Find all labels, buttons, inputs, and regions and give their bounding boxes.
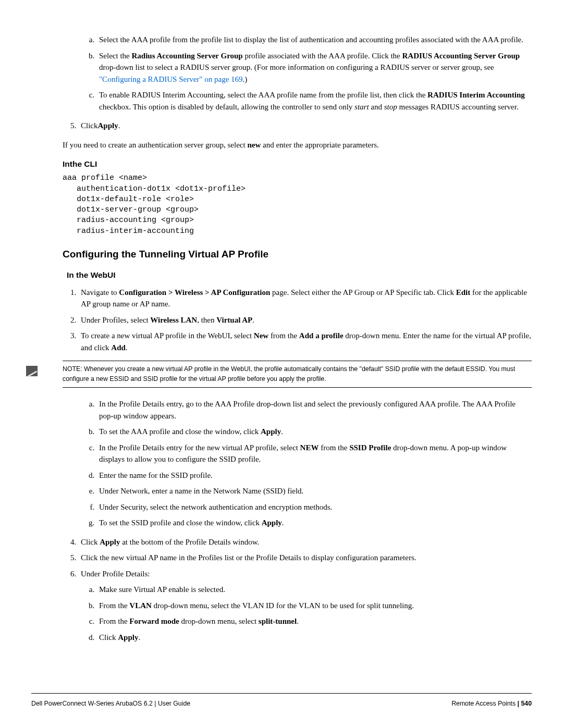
step-a: Select the AAA profile from the profile …: [96, 34, 532, 46]
t: To set the SSID profile and close the wi…: [99, 519, 262, 527]
t: To enable RADIUS Interim Accounting, sel…: [99, 91, 427, 99]
note-container: NOTE: Whenever you create a new virtual …: [26, 361, 532, 388]
step-5: ClickApply.: [78, 120, 532, 132]
t: SSID Profile: [349, 443, 391, 452]
t: Forward mode: [129, 617, 179, 625]
sub-d: Enter the name for the SSID profile.: [96, 470, 532, 482]
cli-block: aaa profile <name> authentication-dot1x …: [63, 173, 532, 237]
heading-vap-profile: Configuring the Tunneling Virtual AP Pro…: [63, 247, 532, 262]
page-content: Select the AAA profile from the profile …: [63, 34, 532, 643]
webui-substeps-1: In the Profile Details entry, go to the …: [63, 398, 532, 529]
t: If you need to create an authentication …: [63, 141, 247, 149]
t: Configuration > Wireless > AP Configurat…: [119, 288, 270, 297]
t: Apply: [118, 633, 138, 641]
webui-step-3: To create a new virtual AP profile in th…: [78, 330, 532, 353]
t: and: [369, 103, 384, 111]
t: .: [138, 633, 140, 641]
step-c: To enable RADIUS Interim Accounting, sel…: [96, 89, 532, 113]
t: Select the: [99, 52, 131, 60]
t: RADIUS Interim Accounting: [427, 91, 525, 99]
link-configuring-radius[interactable]: "Configuring a RADIUS Server" on page 16…: [99, 75, 243, 83]
sub-g: To set the SSID profile and close the wi…: [96, 517, 532, 529]
t: stop: [384, 103, 397, 111]
t: To create a new virtual AP profile in th…: [81, 331, 254, 340]
t: .: [126, 343, 128, 352]
t: New: [254, 331, 268, 340]
t: Under Profiles, select: [81, 316, 150, 324]
t: Edit: [456, 288, 471, 297]
t: Apply: [261, 427, 281, 436]
sub-b: To set the AAA profile and close the win…: [96, 426, 532, 438]
t: messages RADIUS accounting server.: [397, 103, 519, 111]
webui-step-5: Click the new virtual AP name in the Pro…: [78, 552, 532, 564]
t: .: [118, 121, 120, 130]
steps-numeric-5: ClickApply.: [63, 120, 532, 132]
t: NEW: [300, 443, 319, 452]
t: from the: [319, 443, 349, 452]
t: drop-down menu, select: [179, 617, 259, 625]
t: drop-down list to select a RADIUS server…: [99, 63, 494, 71]
webui-steps-cont: Click Apply at the bottom of the Profile…: [63, 536, 532, 580]
t: .: [281, 427, 283, 436]
text: Select the AAA profile from the profile …: [99, 35, 523, 44]
t: VLAN: [129, 601, 152, 610]
t: Click: [99, 633, 118, 641]
t: 540: [521, 700, 532, 707]
t: and enter the appropriate parameters.: [261, 141, 379, 149]
t: Virtual AP: [216, 316, 252, 324]
t: Remote Access Points: [451, 700, 517, 707]
sub6-a: Make sure Virtual AP enable is selected.: [96, 584, 532, 596]
webui-step-6: Under Profile Details:: [78, 568, 532, 580]
t: Add: [111, 343, 126, 352]
t: Apply: [262, 519, 282, 527]
t: drop-down menu, select the VLAN ID for t…: [152, 601, 414, 610]
t: User Guide: [158, 700, 190, 707]
t: Dell PowerConnect W-Series ArubaOS 6.2: [31, 700, 153, 707]
webui-step-1: Navigate to Configuration > Wireless > A…: [78, 287, 532, 310]
t: split-tunnel: [259, 617, 297, 625]
t: Radius Accounting Server Group: [131, 52, 242, 60]
t: To set the AAA profile and close the win…: [99, 427, 261, 436]
sub-f: Under Security, select the network authe…: [96, 501, 532, 513]
t: From the: [99, 617, 129, 625]
t: start: [354, 103, 369, 111]
t: Add a profile: [299, 331, 344, 340]
pencil-icon: [26, 366, 38, 376]
page-footer: Dell PowerConnect W-Series ArubaOS 6.2 |…: [31, 693, 532, 708]
steps-alpha-1: Select the AAA profile from the profile …: [63, 34, 532, 113]
t: Click: [81, 538, 100, 546]
t: , then: [197, 316, 216, 324]
sub-a: In the Profile Details entry, go to the …: [96, 398, 532, 422]
webui-step-2: Under Profiles, select Wireless LAN, the…: [78, 314, 532, 326]
para-new-group: If you need to create an authentication …: [63, 139, 532, 151]
t: Apply: [100, 538, 120, 546]
sub6-b: From the VLAN drop-down menu, select the…: [96, 600, 532, 612]
sub6-d: Click Apply.: [96, 632, 532, 644]
t: Navigate to: [81, 288, 119, 297]
t: new: [247, 141, 261, 149]
note-box: NOTE: Whenever you create a new virtual …: [63, 361, 532, 388]
t: at the bottom of the Profile Details win…: [120, 538, 259, 546]
t: page. Select either the AP Group or AP S…: [270, 288, 456, 297]
webui-steps: Navigate to Configuration > Wireless > A…: [63, 287, 532, 354]
t: .: [252, 316, 254, 324]
t: In the Profile Details entry for the new…: [99, 443, 300, 452]
t: From the: [99, 601, 129, 610]
t: .: [282, 519, 284, 527]
t: Apply: [98, 121, 118, 130]
footer-right: Remote Access Points | 540: [451, 699, 532, 708]
sub-c: In the Profile Details entry for the new…: [96, 442, 532, 465]
t: checkbox. This option is disabled by def…: [99, 103, 354, 111]
footer-left: Dell PowerConnect W-Series ArubaOS 6.2 |…: [31, 699, 190, 708]
step-b: Select the Radius Accounting Server Grou…: [96, 50, 532, 85]
t: profile associated with the AAA profile.…: [243, 52, 402, 60]
sub-e: Under Network, enter a name in the Netwo…: [96, 485, 532, 497]
heading-in-the-cli: Inthe CLI: [63, 158, 532, 170]
t: RADIUS Accounting Server Group: [402, 52, 520, 60]
note-icon-cell: [26, 361, 63, 380]
t: .: [297, 617, 299, 625]
t: Wireless LAN: [150, 316, 197, 324]
t: from the: [268, 331, 299, 340]
t: |: [153, 700, 158, 707]
t: .): [243, 75, 248, 83]
